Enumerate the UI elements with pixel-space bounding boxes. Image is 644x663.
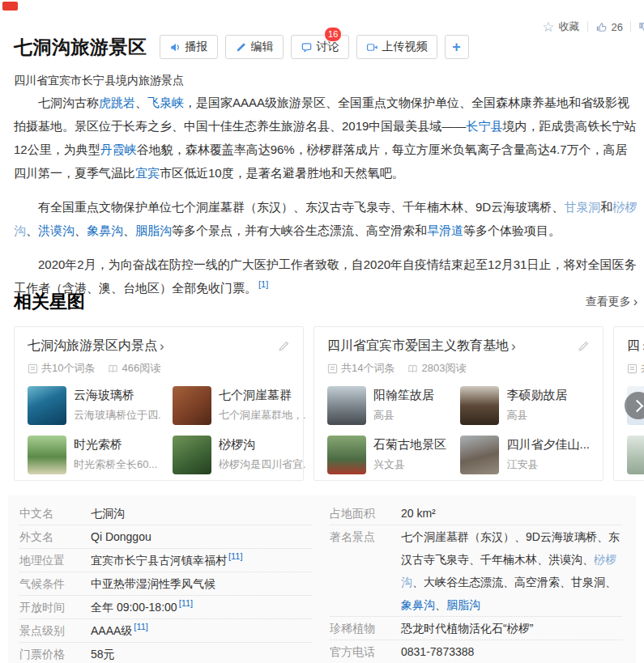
text-segment: 、 <box>135 96 147 109</box>
inline-link[interactable]: 胭脂沟 <box>135 223 172 237</box>
list-icon <box>327 363 338 374</box>
item-name: 阳翰笙故居 <box>373 388 434 403</box>
card-item[interactable] <box>627 436 644 474</box>
inline-link[interactable]: 旱滑道 <box>427 223 463 237</box>
card-edit-button[interactable] <box>577 340 590 353</box>
info-label: 开放时间 <box>19 596 91 618</box>
item-thumbnail <box>28 386 66 425</box>
card-item[interactable]: 石菊古地景区 兴文县 <box>327 436 449 474</box>
card-item[interactable]: 李硕勋故居 高县 <box>460 386 590 425</box>
broadcast-button[interactable]: 播报 <box>160 35 218 59</box>
info-row: 开放时间 全年 09:00-18:00[11] <box>19 596 312 619</box>
divider <box>630 21 631 32</box>
item-desc: 高县 <box>373 408 434 423</box>
card-item[interactable]: 云海玻璃桥 云海玻璃桥位于四... <box>28 386 161 425</box>
item-thumbnail <box>173 386 211 425</box>
card-title-link[interactable]: 七洞沟旅游景区内景点 <box>28 338 157 355</box>
pencil-icon <box>235 41 247 53</box>
card-item[interactable]: 四川省夕佳山... 江安县 <box>460 436 590 474</box>
inline-link[interactable]: 洪谟沟 <box>38 223 75 237</box>
summary-paragraph: 有全国重点文物保护单位七个洞崖墓群（东汉）、东汉古寺飞泉寺、千年楠木林、9D云海… <box>14 195 638 242</box>
item-desc: 七个洞崖墓群地，... <box>219 408 306 423</box>
discuss-count-badge: 16 <box>324 27 342 42</box>
book-icon <box>407 363 418 374</box>
plus-icon: + <box>452 39 461 56</box>
page-title: 七洞沟旅游景区 <box>14 34 147 60</box>
text-segment: 20 km² <box>401 507 436 520</box>
card-item[interactable]: 七个洞崖墓群 七个洞崖墓群地，... <box>173 386 306 425</box>
card-edit-button[interactable] <box>277 340 290 353</box>
info-value: 七个洞崖墓群（东汉）、9D云海玻璃桥、东汉古寺飞泉寺、千年楠木林、洪谟沟、桫椤沟… <box>401 525 622 616</box>
inline-link[interactable]: 胭脂沟 <box>446 598 480 611</box>
add-button[interactable]: + <box>445 35 469 59</box>
item-desc: 时光索桥全长60... <box>74 457 157 472</box>
info-value: 全年 09:00-18:00[11] <box>91 596 312 618</box>
inline-link[interactable]: 象鼻沟 <box>401 598 435 611</box>
info-label: 官方电话 <box>330 640 401 663</box>
text-segment: 七个洞崖墓群（东汉）、9D云海玻璃桥、东汉古寺飞泉寺、千年楠木林、洪谟沟、 <box>401 530 620 566</box>
text-segment: 中亚热带湿润性季风气候 <box>91 577 215 590</box>
item-thumbnail <box>28 436 66 474</box>
view-more-label: 查看更多 <box>586 295 631 309</box>
inline-link[interactable]: 宜宾 <box>135 166 160 180</box>
action-buttons: 播报 编辑 16 讨论 上传视频 + <box>160 35 469 59</box>
inline-link[interactable]: 象鼻沟 <box>87 223 123 237</box>
chevron-right-icon: › <box>511 338 516 355</box>
text-segment: 宜宾市长宁县古河镇幸福村 <box>91 554 227 567</box>
view-more-link[interactable]: 查看更多 › <box>586 295 638 309</box>
edit-button[interactable]: 编辑 <box>225 35 284 59</box>
text-segment: 、 <box>123 223 135 237</box>
edit-label: 编辑 <box>251 40 274 54</box>
item-thumbnail <box>327 386 366 425</box>
list-icon <box>28 363 38 374</box>
text-segment: 、 <box>75 223 87 237</box>
video-camera-icon <box>366 41 378 53</box>
item-thumbnail <box>327 436 366 474</box>
inline-link[interactable]: 丹霞峡 <box>100 142 137 156</box>
basic-info-table: 中文名 七洞沟 外文名 Qi Donggou 地理位置 宜宾市长宁县古河镇幸福村… <box>8 495 636 663</box>
reference-link[interactable]: [11] <box>228 551 243 561</box>
info-row: 景点级别 AAAA级[11] <box>19 619 312 643</box>
card-item[interactable]: 时光索桥 时光索桥全长60... <box>28 436 161 474</box>
broadcast-label: 播报 <box>186 40 208 54</box>
info-row: 地理位置 宜宾市长宁县古河镇幸福村[11] <box>19 549 312 572</box>
reference-link[interactable]: [1] <box>258 279 268 289</box>
text-segment: 有全国重点文物保护单位七个洞崖墓群（东汉）、东汉古寺飞泉寺、千年楠木林、9D云海… <box>38 200 564 214</box>
summary-section: 七洞沟古称虎跳岩、飞泉峡，是国家AAAA级旅游景区、全国重点文物保护单位、全国森… <box>14 91 638 310</box>
item-desc: 高县 <box>506 408 567 423</box>
info-value: Qi Donggou <box>91 525 312 548</box>
inline-link[interactable]: 长宁县 <box>466 119 502 133</box>
item-thumbnail <box>460 436 499 474</box>
info-label: 占地面积 <box>330 502 401 525</box>
text-segment: 、 <box>435 598 446 611</box>
card-item[interactable]: 桫椤沟 桫椤沟是四川省宜... <box>173 436 306 474</box>
baike-logo-fragment <box>2 2 18 11</box>
text-segment: 、大峡谷生态漂流、高空滑索、甘泉洞、 <box>412 576 616 589</box>
reference-link[interactable]: [11] <box>134 622 148 631</box>
card-item[interactable]: 阳翰笙故居 高县 <box>327 386 449 425</box>
item-name: 李硕勋故居 <box>506 388 567 403</box>
chat-bubble-icon <box>301 41 313 53</box>
info-value: 七洞沟 <box>91 502 312 525</box>
discuss-button[interactable]: 16 讨论 <box>291 35 349 59</box>
card-title-link[interactable]: 四川省宜宾市爱国主义教育基地 <box>327 338 509 355</box>
inline-link[interactable]: 飞泉峡 <box>147 96 184 109</box>
topbar: ☆ 收藏 26 <box>542 19 644 34</box>
info-label: 气候条件 <box>19 572 91 595</box>
item-name: 桫椤沟 <box>219 437 306 453</box>
upload-video-button[interactable]: 上传视频 <box>356 35 437 59</box>
entry-count: 共14个词条 <box>327 361 395 376</box>
favorite-button[interactable]: ☆ 收藏 <box>542 19 579 34</box>
card-title-link[interactable]: 四 <box>627 338 640 355</box>
reference-link[interactable]: [11] <box>179 598 194 608</box>
share-icon[interactable] <box>638 21 644 33</box>
page-subtitle: 四川省宜宾市长宁县境内旅游景点 <box>14 74 184 88</box>
pencil-icon <box>277 340 290 353</box>
upload-video-label: 上传视频 <box>382 40 428 54</box>
text-segment: 恐龙时代植物活化石“桫椤” <box>401 622 533 635</box>
inline-link[interactable]: 虎跳岩 <box>99 96 135 109</box>
inline-link[interactable]: 甘泉洞 <box>564 200 600 214</box>
text-segment: 0831-7873388 <box>401 645 474 658</box>
like-button[interactable]: 26 <box>595 21 623 33</box>
item-name: 时光索桥 <box>74 437 157 453</box>
